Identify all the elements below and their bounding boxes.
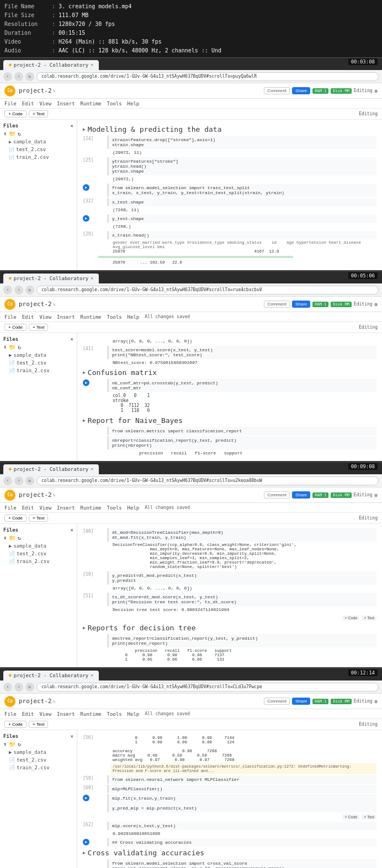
sidebar-icon-upload-2[interactable]: ⬆ <box>3 344 7 350</box>
refresh-button-4[interactable]: ↻ <box>25 683 34 692</box>
sidebar-item-test-csv-1[interactable]: 📄 test_2.csv <box>0 146 77 153</box>
add-code-inline-4[interactable]: + Code <box>342 815 359 819</box>
run-button-conf[interactable]: ▶ <box>83 379 89 386</box>
sidebar-icon-upload-3[interactable]: ⬆ <box>3 535 7 541</box>
settings-icon-1[interactable]: ⚙ <box>375 88 378 94</box>
sidebar-item-test-4[interactable]: 📄 test_2.csv <box>0 756 77 764</box>
sidebar-icon-upload-1[interactable]: ⬆ <box>3 131 7 137</box>
cell-code-59[interactable]: from sklearn.neural_network import MLPCl… <box>107 775 376 784</box>
sidebar-icon-refresh-3[interactable]: ↻ <box>18 535 21 541</box>
menu-file-3[interactable]: File <box>4 505 17 511</box>
sidebar-item-train-4[interactable]: 📄 train_2.csv <box>0 764 77 771</box>
add-text-button-4[interactable]: + Text <box>29 721 48 728</box>
add-code-button-4[interactable]: + Code <box>4 721 26 728</box>
sidebar-close-icon-4[interactable]: ✕ <box>71 733 73 739</box>
sidebar-close-icon-3[interactable]: ✕ <box>71 527 73 533</box>
tab-close-3[interactable]: ✕ <box>91 467 93 471</box>
address-bar-1[interactable]: colab.research.google.com/drive/1-GUv-GW… <box>36 72 379 81</box>
sidebar-icon-folder-4[interactable]: 📁 <box>9 741 15 747</box>
run-button-ytest[interactable]: ▶ <box>83 215 89 222</box>
forward-button-1[interactable]: › <box>14 72 23 81</box>
cell-code-nbreport[interactable]: nbreport=classification_report(y_test, p… <box>107 436 376 449</box>
cell-code-32[interactable]: x_test.shape <box>107 198 376 206</box>
add-code-button-3[interactable]: + Code <box>4 515 26 522</box>
sidebar-item-train-csv-1[interactable]: 📄 train_2.csv <box>0 153 77 161</box>
sidebar-icon-refresh-2[interactable]: ↻ <box>18 344 21 350</box>
settings-icon-3[interactable]: ⚙ <box>375 492 378 498</box>
address-bar-3[interactable]: colab.research.google.com/drive/1-GUv-GW… <box>36 476 379 485</box>
menu-help-2[interactable]: Help <box>128 314 140 320</box>
forward-button-4[interactable]: › <box>14 683 23 692</box>
run-button-1[interactable]: ▶ <box>83 184 89 191</box>
sidebar-close-icon-2[interactable]: ✕ <box>71 336 73 342</box>
cell-code-import-cr[interactable]: from sklearn.metrics import classificati… <box>107 427 376 435</box>
menu-file-2[interactable]: File <box>4 314 17 320</box>
menu-runtime-4[interactable]: Runtime <box>81 711 102 717</box>
tab-close-4[interactable]: ✕ <box>91 673 93 678</box>
cell-code-mlp[interactable]: mlp.fit(x_train,y_train) y_pred_mlp = ml… <box>107 794 376 812</box>
add-text-button-1[interactable]: + Text <box>29 110 48 117</box>
sidebar-icon-folder-1[interactable]: 📁 <box>9 131 15 137</box>
run-button-crossval[interactable]: ▶ <box>83 839 89 845</box>
tab-close-1[interactable]: ✕ <box>91 62 93 67</box>
forward-button-2[interactable]: › <box>14 286 23 294</box>
sidebar-item-sample-data-3[interactable]: ▶ sample_data <box>0 542 77 550</box>
menu-insert-2[interactable]: Insert <box>57 314 75 320</box>
browser-tab-3[interactable]: ● project-2 - Collaboratory ✕ <box>3 464 99 474</box>
address-bar-2[interactable]: colab.research.google.com/drive/1-GUv-GW… <box>36 286 379 294</box>
menu-view-3[interactable]: View <box>39 505 51 511</box>
menu-edit-2[interactable]: Edit <box>22 314 34 320</box>
sidebar-item-sample-data-4[interactable]: ▶ sample_data <box>0 748 77 756</box>
add-text-inline-4[interactable]: + Text <box>362 815 376 819</box>
sidebar-icon-refresh-1[interactable]: ↻ <box>18 131 21 137</box>
sidebar-item-sample-data-2[interactable]: ▶ sample_data <box>0 351 77 359</box>
share-button-1[interactable]: Share <box>292 87 310 94</box>
menu-help-4[interactable]: Help <box>128 711 140 717</box>
cell-code-24[interactable]: xtrain=features.drop(["stroke"],axis=1) … <box>107 136 376 149</box>
cell-code-29[interactable]: x_train.head() <box>107 231 376 239</box>
sidebar-item-test-2[interactable]: 📄 test_2.csv <box>0 359 77 367</box>
back-button-1[interactable]: ‹ <box>3 72 12 81</box>
back-button-4[interactable]: ‹ <box>3 683 12 692</box>
menu-help-3[interactable]: Help <box>128 505 140 511</box>
cell-code-dectree[interactable]: dectree_report=classification_report(y_t… <box>107 634 376 647</box>
sidebar-icon-upload-4[interactable]: ⬆ <box>3 741 7 747</box>
add-text-inline-3[interactable]: + Text <box>362 615 376 620</box>
cell-code-crossval-header[interactable]: ## Cross validating accuracies <box>107 838 376 846</box>
menu-tools-3[interactable]: Tools <box>107 505 122 511</box>
cell-code-51[interactable]: ts_dt_score=dt_mod.score(x_test, y_test)… <box>107 593 376 606</box>
share-button-2[interactable]: Share <box>292 301 310 308</box>
menu-view-4[interactable]: View <box>39 711 51 717</box>
sidebar-item-test-3[interactable]: 📄 test_2.csv <box>0 550 77 558</box>
refresh-button-2[interactable]: ↻ <box>25 286 34 294</box>
menu-runtime-3[interactable]: Runtime <box>81 505 102 511</box>
sidebar-icon-folder-3[interactable]: 📁 <box>9 535 15 541</box>
menu-file-1[interactable]: File <box>4 101 17 106</box>
add-code-button-2[interactable]: + Code <box>4 324 26 331</box>
tab-close-2[interactable]: ✕ <box>91 276 93 281</box>
cell-code-50[interactable]: y_predict=dt_mod.predict(x_test) y_predi… <box>107 571 376 585</box>
cell-code-25[interactable]: ytrain=features["stroke"] ytrain.head() … <box>107 157 376 175</box>
cell-code-60[interactable]: mlp=MLPClassifier() <box>107 785 376 793</box>
forward-button-3[interactable]: › <box>14 476 23 485</box>
back-button-3[interactable]: ‹ <box>3 476 12 485</box>
share-button-3[interactable]: Share <box>292 491 310 499</box>
settings-icon-2[interactable]: ⚙ <box>375 302 378 307</box>
menu-view-2[interactable]: View <box>39 314 51 320</box>
cell-code-conf[interactable]: nb_conf_mtr=pd.crosstab(y_test, predict)… <box>107 379 376 392</box>
back-button-2[interactable]: ‹ <box>3 286 12 294</box>
cell-code-crossval[interactable]: from sklearn.model_selection import cros… <box>107 859 376 868</box>
menu-tools-4[interactable]: Tools <box>107 711 122 717</box>
add-code-button-1[interactable]: + Code <box>4 110 26 117</box>
refresh-button-3[interactable]: ↻ <box>25 476 34 485</box>
menu-tools-2[interactable]: Tools <box>107 314 122 320</box>
cell-code-62[interactable]: mlp.score(x_test,y_test) <box>107 822 376 830</box>
menu-insert-1[interactable]: Insert <box>57 101 75 106</box>
menu-help-1[interactable]: Help <box>128 101 140 106</box>
comment-button-1[interactable]: Comment <box>264 87 290 94</box>
browser-tab-1[interactable]: ● project-2 - Collaboratory ✕ <box>3 60 99 70</box>
menu-edit-3[interactable]: Edit <box>22 505 34 511</box>
sidebar-item-train-2[interactable]: 📄 train_2.csv <box>0 367 77 374</box>
menu-edit-4[interactable]: Edit <box>22 711 34 717</box>
menu-tools-1[interactable]: Tools <box>107 101 122 106</box>
